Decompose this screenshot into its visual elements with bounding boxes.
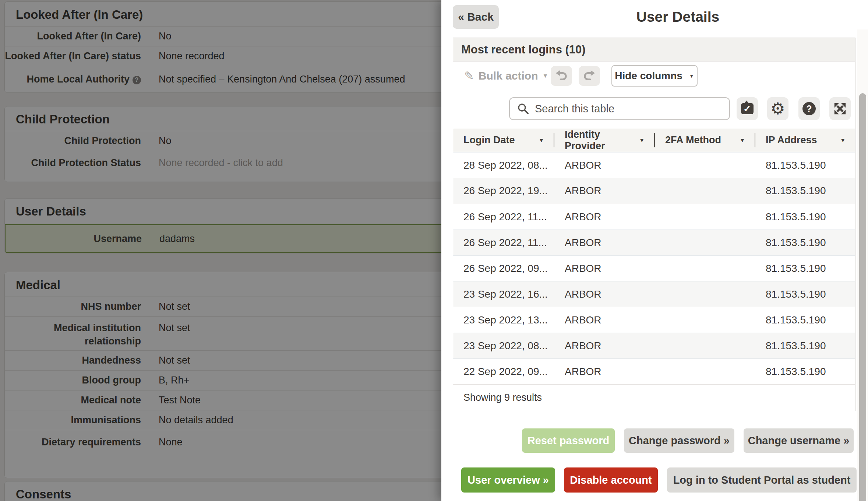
- cell-identity-provider: ARBOR: [554, 160, 654, 171]
- column-header-2fa-method[interactable]: 2FA Method ▼: [654, 129, 755, 152]
- table-header-row: Login Date ▼ Identity Provider ▼ 2FA Met…: [453, 129, 855, 152]
- modal-scrollbar-track[interactable]: [857, 29, 868, 501]
- checkbox-check-icon: ✓: [741, 103, 754, 114]
- cell-login-date: 22 Sep 2022, 09...: [453, 366, 554, 378]
- cell-ip-address: 81.153.5.190: [755, 288, 855, 300]
- table-row[interactable]: 26 Sep 2022, 09... ARBOR 81.153.5.190: [453, 255, 855, 281]
- table-settings-button[interactable]: ⚙: [767, 97, 788, 120]
- table-toolbar: ✎ Bulk action ▼ Hide columns ▼: [453, 62, 855, 129]
- cell-ip-address: 81.153.5.190: [755, 340, 855, 352]
- bulk-select-button[interactable]: ✓: [737, 97, 758, 120]
- column-header-identity-provider[interactable]: Identity Provider ▼: [554, 129, 654, 152]
- cell-ip-address: 81.153.5.190: [755, 185, 855, 197]
- cell-identity-provider: ARBOR: [554, 340, 654, 352]
- cell-identity-provider: ARBOR: [554, 366, 654, 378]
- cell-identity-provider: ARBOR: [554, 263, 654, 274]
- cell-ip-address: 81.153.5.190: [755, 366, 855, 378]
- table-search: [509, 97, 730, 120]
- cell-login-date: 26 Sep 2022, 19...: [453, 185, 554, 197]
- login-rows: 28 Sep 2022, 08... ARBOR 81.153.5.190 26…: [453, 152, 855, 384]
- cell-login-date: 23 Sep 2022, 16...: [453, 288, 554, 300]
- sort-caret-icon: ▼: [539, 137, 544, 143]
- search-icon: [517, 103, 529, 115]
- cell-ip-address: 81.153.5.190: [755, 314, 855, 326]
- change-password-button[interactable]: Change password »: [624, 428, 734, 453]
- undo-icon: [554, 69, 568, 83]
- table-row[interactable]: 26 Sep 2022, 11... ARBOR 81.153.5.190: [453, 230, 855, 255]
- table-row[interactable]: 23 Sep 2022, 16... ARBOR 81.153.5.190: [453, 281, 855, 307]
- table-row[interactable]: 22 Sep 2022, 09... ARBOR 81.153.5.190: [453, 358, 855, 384]
- column-header-ip-address[interactable]: IP Address ▼: [755, 129, 855, 152]
- login-as-student-button[interactable]: Log in to Student Portal as student: [667, 467, 857, 493]
- cell-login-date: 26 Sep 2022, 11...: [453, 237, 554, 249]
- sort-caret-icon: ▼: [740, 137, 745, 143]
- cell-ip-address: 81.153.5.190: [755, 237, 855, 249]
- chevron-down-icon: ▼: [543, 73, 548, 79]
- cell-login-date: 23 Sep 2022, 13...: [453, 314, 554, 326]
- modal-scrollbar-thumb[interactable]: [859, 93, 866, 501]
- undo-button[interactable]: [551, 66, 572, 86]
- search-input[interactable]: [535, 98, 729, 119]
- reset-password-button[interactable]: Reset password: [522, 428, 615, 453]
- table-row[interactable]: 23 Sep 2022, 08... ARBOR 81.153.5.190: [453, 333, 855, 358]
- sort-caret-icon: ▼: [840, 137, 846, 143]
- expand-arrows-icon: [833, 102, 847, 116]
- results-count: Showing 9 results: [453, 384, 855, 411]
- change-username-button[interactable]: Change username »: [744, 428, 854, 453]
- cell-identity-provider: ARBOR: [554, 237, 654, 249]
- gear-icon: ⚙: [770, 101, 785, 117]
- cell-identity-provider: ARBOR: [554, 314, 654, 326]
- modal-title: User Details: [499, 9, 857, 25]
- disable-account-button[interactable]: Disable account: [564, 467, 658, 493]
- table-row[interactable]: 23 Sep 2022, 13... ARBOR 81.153.5.190: [453, 307, 855, 333]
- table-help-button[interactable]: ?: [798, 97, 820, 120]
- table-row[interactable]: 28 Sep 2022, 08... ARBOR 81.153.5.190: [453, 152, 855, 178]
- pencil-icon: ✎: [464, 69, 474, 83]
- hide-columns-button[interactable]: Hide columns ▼: [611, 65, 698, 87]
- cell-ip-address: 81.153.5.190: [755, 263, 855, 274]
- redo-button[interactable]: [579, 66, 600, 86]
- expand-table-button[interactable]: [829, 97, 851, 120]
- cell-identity-provider: ARBOR: [554, 288, 654, 300]
- cell-ip-address: 81.153.5.190: [755, 211, 855, 223]
- recent-logins-card: Most recent logins (10) ✎ Bulk action ▼ …: [453, 38, 855, 411]
- cell-login-date: 26 Sep 2022, 09...: [453, 263, 554, 274]
- question-mark-icon: ?: [802, 102, 816, 115]
- chevron-down-icon: ▼: [689, 73, 694, 79]
- back-button[interactable]: « Back: [453, 5, 499, 29]
- user-details-modal: « Back User Details Most recent logins (…: [441, 0, 868, 501]
- table-row[interactable]: 26 Sep 2022, 11... ARBOR 81.153.5.190: [453, 204, 855, 230]
- recent-logins-title: Most recent logins (10): [453, 38, 855, 62]
- cell-login-date: 26 Sep 2022, 11...: [453, 211, 554, 223]
- sort-caret-icon: ▼: [639, 137, 645, 143]
- column-header-login-date[interactable]: Login Date ▼: [453, 129, 554, 152]
- modal-header: « Back User Details: [441, 0, 857, 34]
- cell-ip-address: 81.153.5.190: [755, 160, 855, 171]
- cell-identity-provider: ARBOR: [554, 185, 654, 197]
- cell-login-date: 28 Sep 2022, 08...: [453, 160, 554, 171]
- cell-login-date: 23 Sep 2022, 08...: [453, 340, 554, 352]
- redo-icon: [582, 69, 596, 83]
- table-row[interactable]: 26 Sep 2022, 19... ARBOR 81.153.5.190: [453, 178, 855, 204]
- cell-identity-provider: ARBOR: [554, 211, 654, 223]
- user-overview-button[interactable]: User overview »: [461, 467, 555, 493]
- bulk-action-dropdown[interactable]: ✎ Bulk action ▼: [464, 66, 548, 86]
